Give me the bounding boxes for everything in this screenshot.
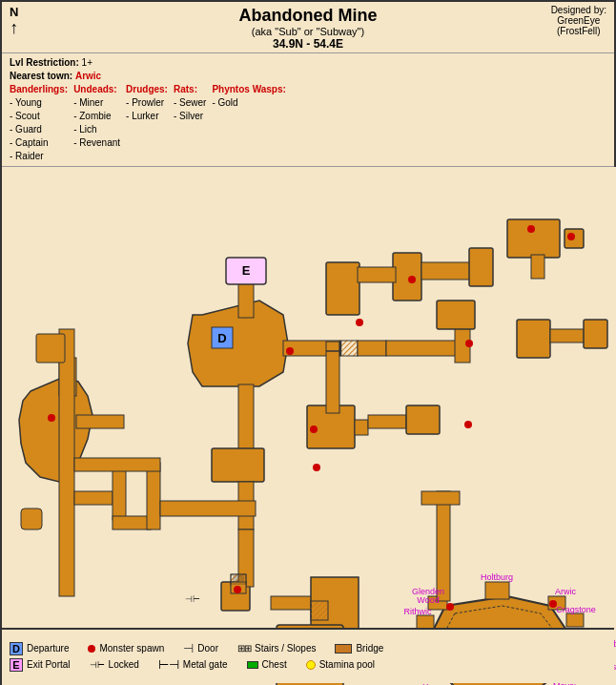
svg-point-102 [234,586,241,593]
stamina-label: Stamina pool [319,659,375,670]
svg-rect-42 [406,405,440,434]
svg-rect-40 [355,420,368,435]
svg-rect-44 [160,501,256,516]
svg-rect-28 [531,255,544,279]
svg-point-104 [549,600,557,608]
metalgate-label: Metal gate [183,659,228,670]
legend-exit: E Exit Portal [10,658,71,672]
rats-col: Rats: - Sewer - Silver [174,83,206,123]
legend-row-1: D Departure Monster spawn ⊣ Door ⊞⊞ Stai… [10,641,606,655]
svg-rect-32 [437,301,475,329]
svg-rect-75 [421,491,460,505]
svg-rect-34 [550,329,588,342]
svg-rect-11 [74,458,160,471]
page-container: N ↑ Abandoned Mine (aka "Sub" or "Subway… [0,0,616,685]
drudges-col: Drudges: - Prowler - Lurker [126,83,168,123]
svg-rect-9 [113,516,151,529]
svg-text:Wood: Wood [417,595,439,605]
designer-label: Designed by: [551,5,606,15]
phyntos-col: Phyntos Wasps: - Gold [212,83,285,110]
svg-rect-7 [74,491,113,505]
map-area: D E [2,167,616,685]
svg-text:Cragstone: Cragstone [556,605,596,614]
undeads-col: Undeads: - Miner - Zombie - Lich - Reven… [73,83,120,150]
stamina-icon [306,660,316,670]
banderlings-col: Banderlings: - Young - Scout - Guard - C… [10,83,68,163]
svg-rect-25 [469,248,493,286]
svg-rect-43 [326,342,339,413]
svg-rect-18 [358,341,386,356]
town-label: Nearest town: Arwic [10,70,101,83]
svg-rect-35 [584,320,607,348]
departure-icon: D [10,642,23,655]
locked-icon: ⊣⊢ [90,660,105,670]
svg-rect-54 [311,601,328,620]
svg-point-95 [527,225,535,233]
legend-bridge: Bridge [335,643,383,654]
svg-point-98 [464,421,472,428]
svg-text:Arwic: Arwic [555,587,576,596]
legend-chest: Chest [247,659,287,670]
svg-rect-17 [340,341,358,356]
svg-rect-26 [358,267,396,282]
legend-stamina: Stamina pool [306,659,375,670]
svg-rect-22 [326,262,359,315]
chest-icon [247,661,258,669]
svg-point-94 [408,276,416,283]
designer-box: Designed by: GreenEye (FrostFell) [551,5,606,36]
svg-rect-6 [59,329,74,596]
bridge-icon [335,644,352,654]
door-icon: ⊣ [183,641,194,655]
spawn-icon [88,645,95,653]
svg-point-92 [286,347,294,355]
designer-name: GreenEye [557,15,600,26]
departure-label: Departure [27,643,69,654]
svg-text:E: E [242,263,251,278]
svg-rect-5 [21,509,42,529]
north-letter: N [10,5,18,19]
svg-rect-33 [517,320,550,358]
map-svg: D E [2,167,616,685]
svg-rect-58 [485,582,509,599]
lvl-value: 1+ [82,57,92,68]
svg-text:Rithwic: Rithwic [403,607,432,616]
svg-point-103 [446,603,454,611]
legend-metalgate: ⊢⊣ Metal gate [158,657,228,672]
svg-rect-12 [36,334,65,363]
north-indicator: N ↑ [10,5,18,36]
svg-rect-41 [368,415,406,428]
exit-label: Exit Portal [27,659,71,670]
svg-point-93 [356,319,363,326]
chest-label: Chest [262,659,287,670]
svg-point-99 [310,426,318,433]
legend-stairs: ⊞⊞ Stairs / Slopes [237,643,316,654]
svg-text:⊣⊢: ⊣⊢ [185,594,200,604]
svg-rect-30 [386,341,462,356]
monster-row: Banderlings: - Young - Scout - Guard - C… [10,83,606,163]
map-subtitle: (aka "Sub" or "Subway") [2,26,614,37]
svg-text:Holtburg: Holtburg [481,572,513,582]
svg-point-96 [567,233,575,240]
svg-rect-10 [147,463,160,529]
legend-locked: ⊣⊢ Locked [90,659,139,670]
svg-rect-62 [566,613,584,627]
locked-label: Locked [109,659,139,670]
svg-rect-4 [76,415,124,428]
svg-rect-37 [212,448,264,482]
lvl-label: Lvl Restriction: 1+ [10,56,92,70]
spawn-label: Monster spawn [99,643,164,654]
metalgate-icon: ⊢⊣ [158,657,179,672]
svg-rect-74 [437,491,450,601]
svg-rect-23 [393,253,421,301]
map-coords: 34.9N - 54.4E [2,37,614,51]
header: N ↑ Abandoned Mine (aka "Sub" or "Subway… [2,2,614,53]
info-panel: Lvl Restriction: 1+ Nearest town: Arwic … [2,53,614,167]
svg-point-100 [313,464,320,471]
map-title: Abandoned Mine [2,6,614,26]
svg-text:D: D [217,331,226,345]
stairs-label: Stairs / Slopes [255,643,316,654]
legend-spawn: Monster spawn [88,643,164,654]
legend-row-2: E Exit Portal ⊣⊢ Locked ⊢⊣ Metal gate Ch… [10,657,606,672]
svg-point-97 [465,340,473,347]
door-label: Door [197,643,218,654]
